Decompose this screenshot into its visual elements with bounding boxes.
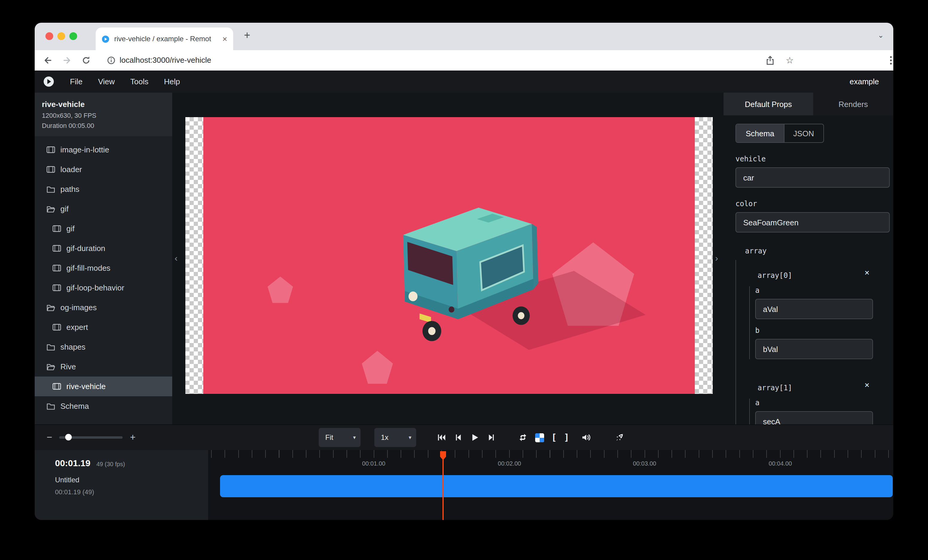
- item-label: gif-fill-modes: [66, 263, 110, 272]
- menu-file[interactable]: File: [70, 77, 82, 86]
- item-label: gif: [60, 204, 69, 213]
- playhead-handle[interactable]: [440, 451, 446, 460]
- folder-icon: [47, 343, 55, 350]
- item-label: loader: [60, 165, 82, 174]
- array-group: array[0] × a b: [736, 260, 890, 425]
- sidebar-item-rive-folder[interactable]: Rive: [35, 357, 172, 376]
- array-item-1: array[1] × a b: [746, 372, 890, 425]
- menu-view[interactable]: View: [98, 77, 115, 86]
- tab-default-props[interactable]: Default Props: [723, 93, 813, 115]
- film-icon: [53, 285, 61, 291]
- folder-icon: [47, 403, 55, 410]
- new-tab-button[interactable]: +: [244, 29, 250, 42]
- in-point-button[interactable]: [: [551, 432, 557, 443]
- close-window-button[interactable]: [46, 32, 53, 40]
- sidebar-item-gif-duration[interactable]: gif-duration: [35, 239, 172, 258]
- timeline: 00:01.19 49 (30 fps) Untitled 00:01.19 (…: [35, 450, 893, 520]
- toggle-json[interactable]: JSON: [784, 124, 823, 142]
- sidebar-item-schema[interactable]: Schema: [35, 396, 172, 416]
- color-input[interactable]: [736, 212, 890, 233]
- menu-help[interactable]: Help: [164, 77, 180, 86]
- array0-a-input[interactable]: [755, 299, 873, 319]
- next-frame-button[interactable]: [487, 433, 496, 442]
- remove-array-item-icon[interactable]: ×: [865, 268, 869, 277]
- item-label: Rive: [60, 362, 76, 371]
- address-bar: localhost:3000/rive-vehicle ☆: [35, 50, 893, 70]
- collapse-panel-icon[interactable]: ›: [715, 253, 718, 263]
- url-field[interactable]: localhost:3000/rive-vehicle: [120, 50, 211, 70]
- site-info-icon[interactable]: [107, 56, 116, 65]
- array1-a-input[interactable]: [755, 411, 873, 425]
- reload-icon[interactable]: [81, 56, 91, 65]
- folder-open-icon: [47, 304, 55, 311]
- sidebar-item-gif-fill-modes[interactable]: gif-fill-modes: [35, 258, 172, 278]
- toggle-schema[interactable]: Schema: [736, 124, 784, 142]
- tab-close-icon[interactable]: ×: [223, 35, 227, 43]
- timeline-ruler[interactable]: [208, 450, 893, 458]
- transparency-toggle-icon[interactable]: [535, 433, 544, 442]
- bookmark-star-icon[interactable]: ☆: [786, 50, 794, 70]
- track-name[interactable]: Untitled: [55, 476, 208, 484]
- timeline-track-area[interactable]: 00:01.00 00:02.00 00:03.00 00:04.00: [208, 450, 893, 520]
- film-icon: [53, 225, 61, 232]
- loop-toggle-icon[interactable]: [518, 433, 528, 442]
- zoom-slider-knob[interactable]: [66, 434, 72, 440]
- playhead[interactable]: [443, 452, 444, 520]
- sidebar-item-expert[interactable]: expert: [35, 317, 172, 337]
- sidebar-item-shapes[interactable]: shapes: [35, 337, 172, 357]
- browser-window: rive-vehicle / example - Remot × + ⌄ loc…: [35, 23, 893, 520]
- array-item-0-header: array[0] ×: [746, 269, 890, 279]
- render-rocket-icon[interactable]: [614, 432, 624, 443]
- preview-canvas[interactable]: [185, 117, 713, 394]
- vehicle-input[interactable]: [736, 167, 890, 188]
- color-label: color: [736, 199, 890, 208]
- sidebar-item-paths[interactable]: paths: [35, 179, 172, 199]
- array-item-0: array[0] × a b: [746, 260, 890, 359]
- remove-array-item-icon[interactable]: ×: [865, 381, 869, 389]
- browser-tab[interactable]: rive-vehicle / example - Remot ×: [96, 27, 233, 50]
- sidebar-item-image-in-lottie[interactable]: image-in-lottie: [35, 140, 172, 160]
- sidebar-item-og-images[interactable]: og-images: [35, 298, 172, 317]
- play-button[interactable]: [470, 433, 479, 442]
- volume-icon[interactable]: [581, 433, 591, 442]
- composition-duration: Duration 00:05.00: [42, 122, 165, 129]
- fullscreen-window-button[interactable]: [69, 32, 77, 40]
- out-point-button[interactable]: ]: [564, 432, 569, 443]
- app-logo-icon[interactable]: [43, 76, 54, 87]
- sidebar-item-gif[interactable]: gif: [35, 219, 172, 239]
- fit-dropdown[interactable]: Fit ▾: [319, 428, 360, 447]
- zoom-slider[interactable]: [60, 436, 123, 439]
- sidebar-item-gif-loop-behavior[interactable]: gif-loop-behavior: [35, 278, 172, 298]
- browser-menu-icon[interactable]: [886, 55, 893, 65]
- film-icon: [53, 265, 61, 271]
- props-form: Schema JSON vehicle color array array[0]…: [723, 115, 893, 425]
- composition-info: rive-vehicle 1200x630, 30 FPS Duration 0…: [35, 93, 172, 136]
- share-icon[interactable]: [765, 56, 775, 65]
- back-icon[interactable]: [43, 56, 53, 65]
- sidebar-item-rive-vehicle[interactable]: rive-vehicle: [35, 376, 172, 396]
- previous-frame-button[interactable]: [453, 433, 463, 442]
- forward-icon[interactable]: [62, 56, 72, 65]
- timeline-track-bar[interactable]: [220, 475, 893, 497]
- chevron-down-icon: ▾: [409, 435, 411, 440]
- menu-tools[interactable]: Tools: [130, 77, 149, 86]
- zoom-in-button[interactable]: +: [130, 433, 136, 442]
- item-label: image-in-lottie: [60, 145, 109, 154]
- array-item-0-label: array[0]: [758, 271, 792, 280]
- array0-b-input[interactable]: [755, 339, 873, 359]
- sidebar-item-loader[interactable]: loader: [35, 160, 172, 179]
- tab-title: rive-vehicle / example - Remot: [114, 35, 217, 43]
- current-time: 00:01.19: [55, 458, 90, 468]
- tab-renders[interactable]: Renders: [813, 93, 893, 115]
- tab-overflow-icon[interactable]: ⌄: [878, 31, 884, 40]
- film-icon: [53, 383, 61, 390]
- item-label: shapes: [60, 342, 85, 352]
- zoom-out-button[interactable]: −: [47, 433, 52, 442]
- film-icon: [53, 245, 61, 252]
- speed-dropdown[interactable]: 1x ▾: [374, 428, 416, 447]
- sidebar-item-gif-folder[interactable]: gif: [35, 199, 172, 219]
- composition-list: image-in-lottie loader paths gif: [35, 140, 172, 416]
- minimize-window-button[interactable]: [57, 32, 65, 40]
- collapse-sidebar-icon[interactable]: ‹: [175, 253, 178, 263]
- jump-to-start-button[interactable]: [437, 433, 446, 442]
